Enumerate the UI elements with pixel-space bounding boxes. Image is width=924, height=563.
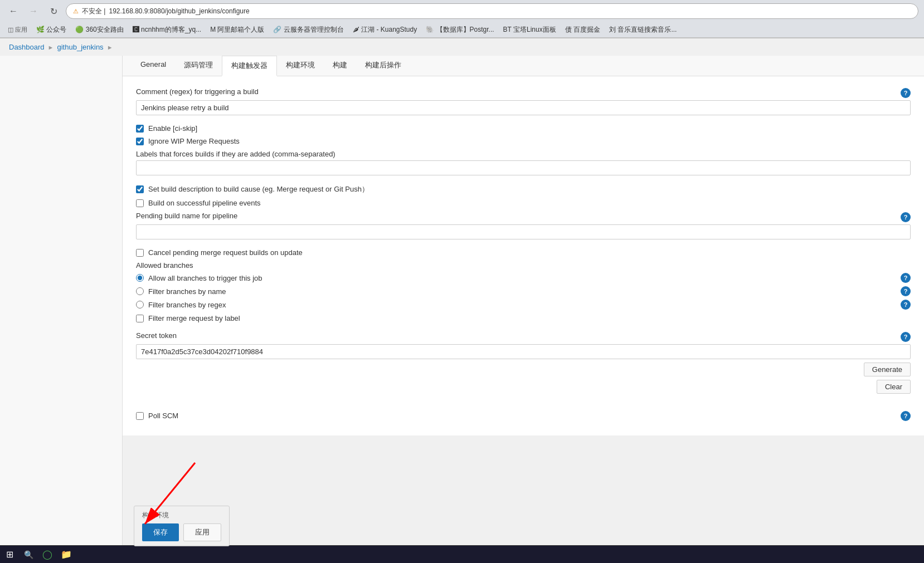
poll-scm-checkbox[interactable]: [136, 412, 144, 420]
enable-ci-skip-label[interactable]: Enable [ci-skip]: [148, 124, 197, 133]
taskbar-search[interactable]: 🔍: [21, 547, 36, 557]
apply-button[interactable]: 应用: [183, 523, 221, 541]
tab-post-build[interactable]: 构建后操作: [356, 56, 410, 76]
bookmark-postgr[interactable]: 🐘 【数据库】Postgr...: [424, 24, 496, 36]
clear-button[interactable]: Clear: [877, 380, 911, 394]
allowed-branches-title: Allowed branches: [136, 261, 911, 270]
bookmark-baota[interactable]: BT 宝塔Linux面板: [501, 24, 558, 36]
labels-force-input[interactable]: [136, 160, 911, 175]
set-build-desc-label[interactable]: Set build description to build cause (eg…: [148, 184, 369, 194]
url-text: 192.168.80.9:8080/job/github_jenkins/con…: [109, 7, 249, 15]
bookmark-360[interactable]: 🟢 360安全路由: [73, 24, 125, 36]
bookmarks-bar: ◫ 应用 🌿 公众号 🟢 360安全路由 🅲 ncnhhm的博客_yq... M…: [0, 22, 924, 38]
bookmark-apps[interactable]: ◫ 应用: [6, 25, 30, 35]
filter-merge-row: Filter merge request by label: [136, 314, 911, 322]
generate-button[interactable]: Generate: [864, 363, 911, 376]
tab-build-env[interactable]: 构建环境: [277, 56, 324, 76]
jenkins-container: Dashboard ► github_jenkins ► General 源码管…: [0, 38, 924, 557]
pending-build-input[interactable]: [136, 224, 911, 239]
build-pipeline-row: Build on successful pipeline events: [136, 199, 911, 207]
pending-build-section: Pending build name for pipeline ?: [136, 212, 911, 239]
tab-build[interactable]: 构建: [324, 56, 356, 76]
bottom-actions-box: 构建环境 保存 应用: [134, 506, 230, 546]
content-area: Comment (regex) for triggering a build ?…: [123, 76, 924, 435]
ignore-wip-label[interactable]: Ignore WIP Merge Requests: [148, 137, 240, 145]
radio-all-branches[interactable]: [136, 274, 144, 282]
poll-scm-checkbox-row: Poll SCM: [136, 412, 178, 420]
browser-toolbar: ← → ↻ ⚠ 不安全 | 192.168.80.9:8080/job/gith…: [0, 0, 924, 22]
breadcrumb-sep2: ►: [107, 44, 113, 51]
breadcrumb-dashboard[interactable]: Dashboard: [9, 43, 45, 51]
radio-filter-name-label[interactable]: Filter branches by name: [148, 287, 226, 296]
back-button[interactable]: ←: [6, 3, 21, 19]
set-build-desc-row: Set build description to build cause (eg…: [136, 184, 911, 194]
bookmark-ncnhhm[interactable]: 🅲 ncnhhm的博客_yq...: [130, 24, 203, 36]
poll-scm-help-icon[interactable]: ?: [901, 411, 911, 421]
breadcrumb-sep1: ►: [48, 44, 54, 51]
cancel-pending-row: Cancel pending merge request builds on u…: [136, 248, 911, 257]
poll-scm-row: Poll SCM ?: [136, 403, 911, 424]
lock-icon: ⚠: [73, 8, 79, 15]
enable-ci-skip-row: Enable [ci-skip]: [136, 124, 911, 133]
comment-help-icon[interactable]: ?: [901, 88, 911, 98]
tab-scm[interactable]: 源码管理: [175, 56, 222, 76]
radio-all-label[interactable]: Allow all branches to trigger this job: [148, 274, 262, 282]
labels-force-label: Labels that forces builds if they are ad…: [136, 150, 911, 158]
set-build-desc-checkbox[interactable]: [136, 185, 144, 193]
secret-token-input[interactable]: [136, 344, 911, 359]
radio-filter-regex-row: Filter branches by regex ?: [136, 300, 911, 310]
bookmark-music[interactable]: 刘 音乐直链搜索音乐...: [607, 24, 679, 36]
token-actions: Generate Clear: [136, 363, 911, 394]
sidebar: [0, 56, 123, 557]
radio-filter-regex-label[interactable]: Filter branches by regex: [148, 301, 226, 309]
tabs-bar: General 源码管理 构建触发器 构建环境 构建 构建后操作: [123, 56, 924, 76]
labels-force-section: Labels that forces builds if they are ad…: [136, 150, 911, 175]
build-pipeline-label[interactable]: Build on successful pipeline events: [148, 199, 261, 207]
main-layout: General 源码管理 构建触发器 构建环境 构建 构建后操作 Comment…: [0, 56, 924, 557]
action-buttons-row: 保存 应用: [142, 523, 221, 541]
filter-merge-checkbox[interactable]: [136, 315, 144, 322]
bookmark-gongzhonghao[interactable]: 🌿 公众号: [34, 24, 69, 36]
bookmark-kuangstudy[interactable]: 🌶 江湖 - KuangStudy: [351, 24, 419, 36]
taskbar-folder[interactable]: 📁: [59, 547, 74, 557]
bookmark-cloud[interactable]: 🔗 云服务器管理控制台: [271, 24, 346, 36]
address-bar[interactable]: ⚠ 不安全 | 192.168.80.9:8080/job/github_jen…: [66, 3, 918, 19]
filter-merge-label[interactable]: Filter merge request by label: [148, 314, 240, 322]
allowed-branches-section: Allowed branches Allow all branches to t…: [136, 261, 911, 322]
taskbar: ⊞ 🔍 ◯ 📁: [0, 545, 924, 557]
taskbar-start[interactable]: ⊞: [2, 547, 17, 557]
browser-chrome: ← → ↻ ⚠ 不安全 | 192.168.80.9:8080/job/gith…: [0, 0, 924, 38]
radio-all-branches-row: Allow all branches to trigger this job ?: [136, 273, 911, 283]
save-button[interactable]: 保存: [142, 523, 179, 541]
build-env-label: 构建环境: [142, 511, 221, 520]
content-wrapper: General 源码管理 构建触发器 构建环境 构建 构建后操作 Comment…: [123, 56, 924, 557]
radio-filter-name[interactable]: [136, 287, 144, 295]
tab-general[interactable]: General: [132, 56, 175, 76]
secret-token-label: Secret token: [136, 331, 177, 340]
comment-label: Comment (regex) for triggering a build: [136, 87, 259, 96]
breadcrumb-job[interactable]: github_jenkins: [57, 43, 104, 51]
enable-ci-skip-checkbox[interactable]: [136, 125, 144, 133]
radio-filter-name-help-icon[interactable]: ?: [901, 286, 911, 296]
ignore-wip-checkbox[interactable]: [136, 138, 144, 145]
cancel-pending-checkbox[interactable]: [136, 249, 144, 257]
tab-triggers[interactable]: 构建触发器: [222, 56, 277, 76]
secret-token-help-icon[interactable]: ?: [901, 332, 911, 342]
poll-scm-label[interactable]: Poll SCM: [148, 412, 178, 420]
reload-button[interactable]: ↻: [46, 3, 61, 19]
pending-build-help-icon[interactable]: ?: [901, 212, 911, 222]
radio-filter-regex-help-icon[interactable]: ?: [901, 300, 911, 310]
ignore-wip-row: Ignore WIP Merge Requests: [136, 137, 911, 145]
bottom-actions-container: 构建环境 保存 应用: [134, 506, 230, 546]
bookmark-baidu[interactable]: 债 百度掘金: [563, 24, 602, 36]
cancel-pending-label[interactable]: Cancel pending merge request builds on u…: [148, 248, 303, 257]
radio-all-help-icon[interactable]: ?: [901, 273, 911, 283]
comment-input[interactable]: [136, 100, 911, 115]
comment-section: Comment (regex) for triggering a build ?: [136, 87, 911, 115]
build-pipeline-checkbox[interactable]: [136, 199, 144, 207]
radio-filter-regex[interactable]: [136, 301, 144, 309]
bookmark-aliyun-mail[interactable]: M 阿里邮箱个人版: [208, 24, 266, 36]
forward-button[interactable]: →: [26, 3, 41, 19]
taskbar-chrome[interactable]: ◯: [40, 547, 55, 557]
pending-build-label: Pending build name for pipeline: [136, 212, 237, 220]
